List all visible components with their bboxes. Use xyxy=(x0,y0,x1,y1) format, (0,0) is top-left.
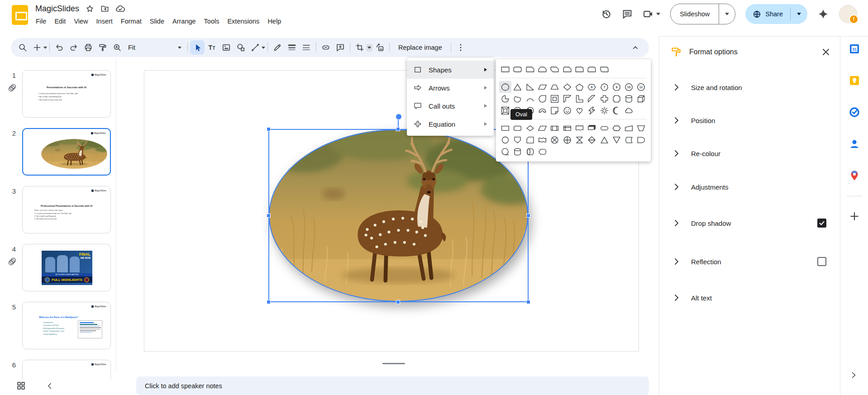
shape-display-icon[interactable] xyxy=(536,146,548,157)
star-icon[interactable] xyxy=(86,5,94,13)
shape-delay-icon[interactable] xyxy=(635,134,647,146)
resize-handle-n[interactable] xyxy=(396,127,400,131)
rotation-handle[interactable] xyxy=(396,114,402,120)
shape-terminator-icon[interactable] xyxy=(598,122,610,134)
shape-plaque-icon[interactable] xyxy=(610,93,623,105)
shape-sort-icon[interactable] xyxy=(586,134,598,146)
slide-thumbnail-1[interactable]: MagicSlides Presentations in Seconds wit… xyxy=(22,70,111,118)
shape-cloud-icon[interactable] xyxy=(623,105,635,116)
speaker-notes-box[interactable]: Click to add speaker notes xyxy=(136,376,649,395)
insert-line-caret[interactable] xyxy=(262,47,265,49)
insert-link-icon[interactable] xyxy=(319,40,333,55)
shape-cross-icon[interactable] xyxy=(598,93,610,105)
shape-rectangle-icon[interactable] xyxy=(499,63,511,75)
resize-handle-se[interactable] xyxy=(526,300,530,304)
filmstrip-scrollbar[interactable] xyxy=(116,59,116,371)
shape-teardrop-icon[interactable] xyxy=(536,93,548,105)
shape-diagonal-stripe-icon[interactable] xyxy=(586,93,598,105)
shape-folded-corner-icon[interactable] xyxy=(548,105,561,116)
shape-half-frame-icon[interactable] xyxy=(561,93,573,105)
shape-document-icon[interactable] xyxy=(573,122,586,134)
menu-tools[interactable]: Tools xyxy=(200,16,224,27)
shape-extract-icon[interactable] xyxy=(598,134,610,146)
pen-tool-icon[interactable] xyxy=(270,40,285,55)
shape-alternate-process-icon[interactable] xyxy=(511,122,524,134)
close-icon[interactable] xyxy=(821,47,831,57)
shape-round-diagonal-corners-icon[interactable] xyxy=(598,63,610,75)
version-history-icon[interactable] xyxy=(601,9,612,19)
shape-cube-icon[interactable] xyxy=(635,93,647,105)
menu-item-shapes[interactable]: Shapes xyxy=(407,61,494,79)
format-section-reflection[interactable]: Reflection xyxy=(659,251,840,272)
format-section-size-and-rotation[interactable]: Size and rotation xyxy=(659,76,840,98)
border-dash-icon[interactable] xyxy=(299,40,314,55)
selection-bounding-box[interactable] xyxy=(268,129,529,302)
slide-thumbnail-3[interactable]: MagicSlides Professional Presentations i… xyxy=(22,186,111,233)
shape-decision-icon[interactable] xyxy=(524,122,536,134)
mask-image-caret[interactable] xyxy=(366,44,372,52)
search-menus-icon[interactable] xyxy=(15,40,30,55)
shape-decagon-icon[interactable]: 10 xyxy=(623,81,635,93)
gemini-spark-icon[interactable] xyxy=(817,8,829,20)
shape-snip-diagonal-corners-icon[interactable] xyxy=(548,63,561,75)
cloud-saved-icon[interactable] xyxy=(115,4,125,14)
menu-file[interactable]: File xyxy=(32,16,50,27)
shape-snip-round-single-corner-icon[interactable] xyxy=(561,63,573,75)
transition-icon[interactable] xyxy=(7,257,17,267)
shape-snip-single-corner-icon[interactable] xyxy=(524,63,536,75)
shape-punched-tape-icon[interactable] xyxy=(536,134,548,146)
text-box-tool[interactable]: TT xyxy=(205,40,219,55)
shape-collate-icon[interactable] xyxy=(573,134,586,146)
share-options-caret[interactable] xyxy=(790,8,807,20)
format-section-adjustments[interactable]: Adjustments xyxy=(659,176,840,198)
menu-item-equation[interactable]: Equation xyxy=(407,115,494,133)
shape-octagon-icon[interactable]: 8 xyxy=(610,81,623,93)
resize-handle-e[interactable] xyxy=(526,214,530,218)
shape-heart-icon[interactable] xyxy=(573,105,586,116)
shape-connector-icon[interactable] xyxy=(499,134,511,146)
shape-manual-operation-icon[interactable] xyxy=(635,122,647,134)
shape-hexagon-icon[interactable]: 6 xyxy=(586,81,598,93)
menu-help[interactable]: Help xyxy=(263,16,285,27)
border-weight-icon[interactable] xyxy=(285,40,299,55)
resize-handle-w[interactable] xyxy=(267,214,271,218)
shape-data-icon[interactable] xyxy=(536,122,548,134)
reset-image-icon[interactable] xyxy=(372,40,387,55)
document-title[interactable]: MagicSlides xyxy=(35,4,79,14)
slideshow-button[interactable]: Slideshow xyxy=(670,4,735,24)
resize-handle-nw[interactable] xyxy=(267,127,271,131)
slide-thumbnail-5[interactable]: MagicSlides What are the Parts of a WebQ… xyxy=(22,302,111,349)
shape-preparation-icon[interactable] xyxy=(610,122,623,134)
zoom-in-icon[interactable] xyxy=(110,40,124,55)
keep-icon[interactable] xyxy=(849,75,860,86)
more-options-icon[interactable] xyxy=(453,40,468,55)
shape-frame-icon[interactable] xyxy=(548,93,561,105)
insert-image-icon[interactable] xyxy=(219,40,234,55)
replace-image-button[interactable]: Replace image xyxy=(392,44,448,51)
comments-icon[interactable] xyxy=(622,9,633,19)
shape-multidocument-icon[interactable] xyxy=(586,122,598,134)
checkbox-checked[interactable] xyxy=(817,219,826,228)
menu-edit[interactable]: Edit xyxy=(50,16,70,27)
shape-round-single-corner-icon[interactable] xyxy=(573,63,586,75)
crop-image-icon[interactable] xyxy=(353,40,367,55)
collapse-filmstrip-icon[interactable] xyxy=(46,382,54,390)
select-tool[interactable] xyxy=(190,40,205,55)
meet-call-control[interactable] xyxy=(643,9,660,19)
shape-triangle-icon[interactable] xyxy=(511,81,524,93)
shape-can-icon[interactable] xyxy=(623,93,635,105)
resize-handle-s[interactable] xyxy=(396,300,400,304)
format-section-alt-text[interactable]: Alt text xyxy=(659,287,840,309)
menu-insert[interactable]: Insert xyxy=(92,16,117,27)
shape-smiley-face-icon[interactable] xyxy=(561,105,573,116)
resize-handle-sw[interactable] xyxy=(267,300,271,304)
notes-resize-handle[interactable] xyxy=(382,363,405,364)
shape-arc-icon[interactable] xyxy=(524,93,536,105)
paint-format-icon[interactable] xyxy=(95,40,110,55)
calendar-icon[interactable]: 31 xyxy=(849,43,860,54)
menu-format[interactable]: Format xyxy=(117,16,146,27)
move-folder-icon[interactable] xyxy=(100,5,109,13)
slides-logo[interactable] xyxy=(12,5,28,25)
shape-lightning-bolt-icon[interactable] xyxy=(586,105,598,116)
shape-off-page-connector-icon[interactable] xyxy=(511,134,524,146)
